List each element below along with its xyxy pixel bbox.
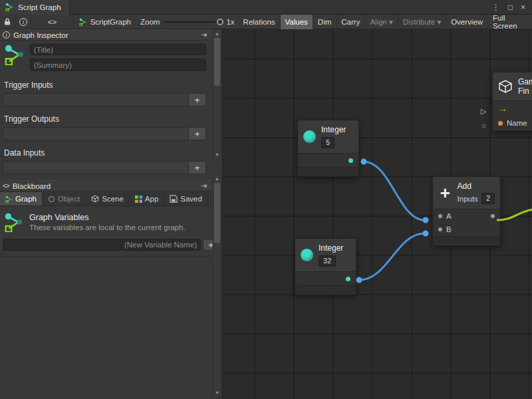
scrollbar-thumb[interactable] (214, 38, 220, 86)
tab-object[interactable]: Object (43, 192, 86, 205)
inspect-button[interactable]: i (16, 15, 32, 29)
blackboard-header: <> Blackboard ⇥ (0, 180, 211, 192)
name-port-label: Name (507, 119, 527, 127)
node-title: Integer (319, 243, 343, 253)
add-trigger-output-button[interactable]: + (188, 128, 205, 140)
app-tab-icon (135, 196, 142, 203)
tab-app[interactable]: App (130, 192, 164, 205)
dock-icon[interactable]: ⇥ (199, 182, 209, 190)
graph-toolbar: i <> ScriptGraph Zoom 1x Relations Value… (0, 15, 532, 29)
scroll-down-icon[interactable]: ▼ (215, 151, 219, 159)
integer-type-icon (301, 249, 313, 261)
window-titlebar: Script Graph ⋮ □ × (0, 0, 532, 15)
node-add[interactable]: + Add Inputs 2 A B (432, 176, 501, 246)
node-title-line1: Gam (518, 77, 532, 86)
node-title: Integer (321, 125, 346, 134)
code-icon: <> (48, 18, 57, 26)
zoom-label: Zoom (140, 18, 160, 26)
source-code-button[interactable]: <> (31, 15, 73, 29)
inputs-label: Inputs (458, 195, 478, 203)
tab-graph[interactable]: Graph (0, 192, 43, 205)
integer-value-field[interactable]: 32 (319, 255, 336, 267)
object-tab-icon (48, 196, 55, 203)
value-input-port[interactable]: ○ (481, 122, 486, 130)
graph-inspector-icon (4, 44, 25, 65)
zoom-value: 1x (226, 18, 234, 26)
graph-inspector-header: i Graph Inspector ⇥ (0, 29, 211, 41)
saved-tab-icon (170, 195, 178, 203)
input-port-a[interactable] (438, 214, 442, 218)
node-integer-2[interactable]: Integer 32 (295, 238, 356, 295)
graph-tab-icon (5, 196, 13, 203)
add-icon: + (438, 185, 452, 201)
info-icon: i (3, 31, 10, 39)
info-icon: i (19, 18, 27, 26)
scroll-down-icon[interactable]: ▼ (215, 389, 219, 397)
flow-output-icon: → (498, 104, 507, 112)
data-inputs-list: + (3, 161, 206, 174)
tab-scene[interactable]: Scene (86, 192, 130, 205)
window-menu-icon[interactable]: ⋮ (492, 3, 500, 12)
blackboard-tabs: Graph Object Scene App Saved (0, 192, 211, 206)
node-title: Add (458, 182, 495, 191)
node-partial[interactable]: Gam Fin → Name (492, 72, 532, 131)
inspector-scrollbar[interactable]: ▲ ▼ (213, 29, 221, 160)
values-button[interactable]: Values (281, 15, 313, 29)
output-port[interactable] (346, 277, 350, 281)
overview-button[interactable]: Overview (446, 15, 488, 29)
scene-tab-icon (91, 195, 99, 203)
port-a-label: A (446, 212, 452, 220)
carry-button[interactable]: Carry (336, 15, 365, 29)
node-integer-1[interactable]: Integer 5 (297, 120, 359, 177)
tab-title: Script Graph (18, 3, 61, 11)
inputs-count-field[interactable]: 2 (481, 193, 495, 204)
wire-endpoint (423, 231, 429, 237)
add-data-input-button[interactable]: + (188, 162, 205, 174)
chevron-down-icon: ▾ (389, 17, 393, 27)
tab-saved[interactable]: Saved (164, 192, 208, 205)
integer-type-icon (303, 130, 316, 143)
port-b-label: B (446, 225, 452, 233)
blackboard-scrollbar[interactable]: ▲ ▼ (213, 174, 221, 398)
maximize-icon[interactable]: □ (508, 3, 513, 12)
lock-button[interactable] (0, 15, 16, 29)
flow-input-port[interactable]: ▷ (481, 107, 486, 116)
graph-title-input[interactable] (30, 44, 206, 55)
scroll-up-icon[interactable]: ▲ (215, 30, 219, 38)
data-inputs-label: Data Inputs (0, 142, 222, 160)
output-port[interactable] (348, 158, 353, 163)
lock-icon (4, 18, 11, 25)
zoom-slider-knob[interactable] (217, 19, 223, 25)
close-icon[interactable]: × (521, 3, 525, 12)
dock-icon[interactable]: ⇥ (199, 31, 209, 39)
graph-name-label: ScriptGraph (74, 18, 136, 26)
graph-variables-subtitle: These variables are local to the current… (29, 223, 186, 231)
scrollbar-thumb[interactable] (214, 183, 220, 243)
wire-endpoint (361, 159, 367, 165)
blackboard-title: Blackboard (13, 182, 51, 190)
chevron-down-icon: ▾ (437, 17, 441, 27)
script-graph-icon (5, 3, 14, 11)
align-button[interactable]: Align ▾ (365, 15, 398, 29)
relations-button[interactable]: Relations (239, 15, 281, 29)
dim-button[interactable]: Dim (313, 15, 336, 29)
new-variable-input[interactable] (3, 239, 201, 251)
distribute-button[interactable]: Distribute ▾ (398, 15, 446, 29)
tab-script-graph[interactable]: Script Graph (0, 0, 70, 15)
integer-value-field[interactable]: 5 (321, 137, 334, 148)
add-trigger-input-button[interactable]: + (188, 94, 205, 106)
graph-canvas[interactable]: Integer 5 Integer 32 + (223, 29, 532, 399)
graph-variables-icon (4, 212, 24, 232)
wire-int5-to-a (364, 162, 424, 220)
trigger-inputs-list: + (3, 93, 206, 106)
name-input-port[interactable] (498, 121, 503, 126)
output-port[interactable] (491, 214, 495, 218)
graph-summary-input[interactable] (30, 59, 206, 71)
node-title-line2: Fin (518, 86, 532, 96)
input-port-b[interactable] (438, 227, 442, 231)
wire-int32-to-b (359, 233, 424, 280)
zoom-slider[interactable] (164, 21, 222, 23)
scroll-up-icon[interactable]: ▲ (215, 175, 219, 183)
trigger-outputs-list: + (3, 127, 206, 140)
fullscreen-button[interactable]: Full Screen (488, 15, 532, 29)
